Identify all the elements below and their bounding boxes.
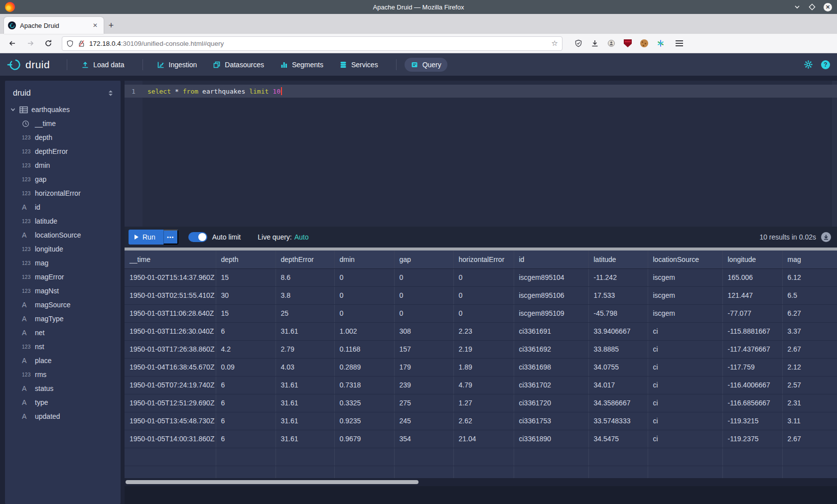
result-cell[interactable]: iscgem895104 (514, 268, 588, 286)
result-cell[interactable]: 1950-01-03T02:51:55.410Z (125, 286, 216, 304)
sort-double-caret-icon[interactable] (108, 90, 114, 97)
result-cell[interactable]: ci3361698 (514, 358, 588, 376)
sidebar-column-status[interactable]: Astatus (10, 381, 121, 395)
result-cell[interactable]: 0.3325 (334, 394, 394, 412)
result-cell[interactable]: ci3361691 (514, 322, 588, 340)
result-cell[interactable]: 31.61 (276, 322, 334, 340)
result-cell[interactable]: 1.002 (334, 322, 394, 340)
result-cell[interactable]: 0 (453, 286, 514, 304)
result-cell[interactable]: 3.11 (782, 412, 837, 430)
run-button[interactable]: Run (129, 230, 163, 245)
download-results-icon[interactable] (821, 232, 831, 242)
result-cell[interactable]: 0 (453, 304, 514, 322)
result-cell[interactable]: 0 (394, 268, 453, 286)
result-cell[interactable]: iscgem (648, 268, 722, 286)
result-cell[interactable]: 4.79 (453, 376, 514, 394)
schema-name[interactable]: druid (13, 89, 31, 98)
result-cell[interactable]: ci (648, 430, 722, 448)
result-cell[interactable]: 6.27 (782, 304, 837, 322)
sidebar-table-earthquakes[interactable]: earthquakes (10, 103, 121, 117)
column-header-id[interactable]: id (514, 251, 588, 268)
window-minimize-button[interactable] (794, 3, 801, 10)
result-cell[interactable]: 15 (216, 304, 276, 322)
window-close-button[interactable]: ✕ (824, 3, 832, 11)
result-cell[interactable]: ci3361753 (514, 412, 588, 430)
result-cell[interactable]: 2.57 (782, 376, 837, 394)
result-cell[interactable]: 8.6 (276, 268, 334, 286)
result-cell[interactable]: 17.533 (588, 286, 648, 304)
result-cell[interactable]: 1950-01-03T11:26:30.040Z (125, 322, 216, 340)
sidebar-column-dmin[interactable]: 123dmin (10, 158, 121, 172)
result-cell[interactable]: 0.09 (216, 358, 276, 376)
new-tab-button[interactable]: + (104, 17, 119, 34)
result-cell[interactable]: 2.67 (782, 430, 837, 448)
window-maximize-button[interactable] (809, 3, 816, 10)
result-cell[interactable]: 34.0755 (588, 358, 648, 376)
result-cell[interactable]: 1950-01-05T12:51:29.690Z (125, 394, 216, 412)
result-cell[interactable]: 179 (394, 358, 453, 376)
result-cell[interactable]: 2.23 (453, 322, 514, 340)
tab-close-icon[interactable]: ✕ (91, 21, 100, 30)
sidebar-column-id[interactable]: Aid (10, 200, 121, 214)
result-cell[interactable]: 4.2 (216, 340, 276, 358)
result-cell[interactable]: ci3361702 (514, 376, 588, 394)
sql-editor[interactable]: 1 select*fromearthquakeslimit10 (125, 81, 837, 227)
result-cell[interactable]: 0 (394, 286, 453, 304)
back-button[interactable] (5, 36, 20, 50)
result-cell[interactable]: 0.1168 (334, 340, 394, 358)
result-cell[interactable]: 31.61 (276, 394, 334, 412)
result-cell[interactable]: -116.4006667 (722, 376, 782, 394)
browser-tab-apache-druid[interactable]: Apache Druid ✕ (4, 17, 104, 34)
result-cell[interactable]: iscgem (648, 304, 722, 322)
result-cell[interactable]: 0 (334, 268, 394, 286)
sidebar-column-magNst[interactable]: 123magNst (10, 284, 121, 298)
sidebar-column-nst[interactable]: 123nst (10, 340, 121, 354)
sidebar-column-updated[interactable]: Aupdated (10, 409, 121, 423)
result-cell[interactable]: 2.79 (276, 340, 334, 358)
nav-datasources[interactable]: Datasources (207, 58, 270, 72)
result-cell[interactable]: ci (648, 412, 722, 430)
sidebar-column-latitude[interactable]: 123latitude (10, 214, 121, 228)
result-cell[interactable]: 34.3586667 (588, 394, 648, 412)
result-cell[interactable]: 2.31 (782, 394, 837, 412)
forward-button[interactable] (23, 36, 38, 50)
result-cell[interactable]: 30 (216, 286, 276, 304)
live-query-value[interactable]: Auto (294, 233, 309, 241)
sidebar-column-type[interactable]: Atype (10, 395, 121, 409)
result-cell[interactable]: ci (648, 394, 722, 412)
colorful-asterisk-extension-icon[interactable] (657, 39, 665, 47)
sidebar-column-locationSource[interactable]: AlocationSource (10, 228, 121, 242)
result-cell[interactable]: 6.12 (782, 268, 837, 286)
editor-scrollbar[interactable] (832, 81, 837, 227)
url-bar[interactable]: 172.18.0.4:30109/unified-console.html#qu… (62, 36, 562, 51)
column-header-longitude[interactable]: longitude (722, 251, 782, 268)
result-cell[interactable]: 354 (394, 430, 453, 448)
result-cell[interactable]: -119.3215 (722, 412, 782, 430)
sidebar-column-depth[interactable]: 123depth (10, 130, 121, 144)
result-cell[interactable]: 6.5 (782, 286, 837, 304)
result-cell[interactable]: 31.61 (276, 430, 334, 448)
result-cell[interactable]: 25 (276, 304, 334, 322)
result-cell[interactable]: ci3361890 (514, 430, 588, 448)
sidebar-column-gap[interactable]: 123gap (10, 172, 121, 186)
result-cell[interactable]: 165.006 (722, 268, 782, 286)
result-cell[interactable]: 6 (216, 412, 276, 430)
menu-hamburger-icon[interactable] (676, 40, 683, 46)
result-cell[interactable]: 31.61 (276, 412, 334, 430)
result-cell[interactable]: 1.27 (453, 394, 514, 412)
result-cell[interactable]: 121.447 (722, 286, 782, 304)
nav-query[interactable]: Query (405, 58, 447, 72)
result-cell[interactable]: 6 (216, 430, 276, 448)
result-cell[interactable]: 6 (216, 394, 276, 412)
column-header-gap[interactable]: gap (394, 251, 453, 268)
result-cell[interactable]: -11.242 (588, 268, 648, 286)
sidebar-column-horizontalError[interactable]: 123horizontalError (10, 186, 121, 200)
result-cell[interactable]: 275 (394, 394, 453, 412)
result-cell[interactable]: 0 (453, 268, 514, 286)
result-cell[interactable]: ci (648, 358, 722, 376)
tracking-protection-shield-icon[interactable] (66, 40, 74, 47)
column-header-depthError[interactable]: depthError (276, 251, 334, 268)
result-cell[interactable]: iscgem (648, 286, 722, 304)
result-cell[interactable]: 1950-01-05T14:00:31.860Z (125, 430, 216, 448)
result-cell[interactable]: ci3361720 (514, 394, 588, 412)
